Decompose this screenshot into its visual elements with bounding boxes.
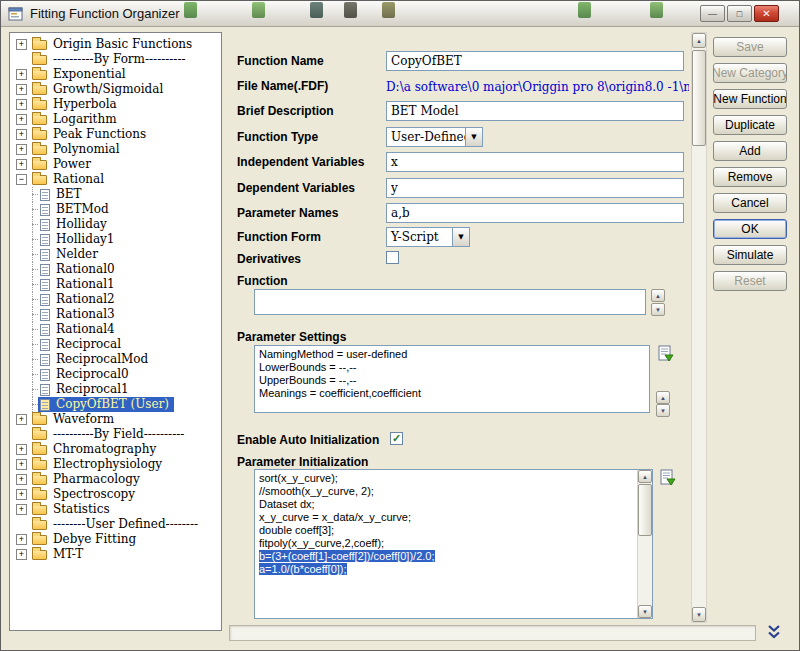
tree-item[interactable]: +Logarithm	[10, 112, 221, 127]
folder-icon	[32, 100, 47, 110]
function-form-select[interactable]: Y-Script ▼	[386, 227, 470, 247]
scroll-thumb[interactable]	[692, 50, 706, 146]
add-button[interactable]: Add	[713, 141, 787, 161]
collapse-icon[interactable]: −	[16, 174, 27, 185]
expand-icon[interactable]: +	[16, 129, 27, 140]
tree-item[interactable]: +Peak Functions	[10, 127, 221, 142]
scroll-down-button[interactable]: ▼	[638, 605, 652, 618]
tree-item[interactable]: +Electrophysiology	[10, 457, 221, 472]
dropdown-arrow-icon[interactable]: ▼	[452, 228, 469, 246]
tree-item[interactable]: ----------By Field----------	[10, 427, 221, 442]
tree-item[interactable]: +MT-T	[10, 547, 221, 562]
tree-item[interactable]: +Power	[10, 157, 221, 172]
enable-auto-initialization-checkbox[interactable]: ✓	[390, 432, 403, 445]
expand-icon[interactable]: +	[16, 534, 27, 545]
expand-icon[interactable]: +	[16, 159, 27, 170]
horizontal-scrollbar-track[interactable]	[229, 625, 756, 641]
expand-icon[interactable]: +	[16, 489, 27, 500]
dependent-variables-input[interactable]	[386, 178, 684, 198]
parameter-settings-box[interactable]: NamingMethod = user-definedLowerBounds =…	[254, 345, 650, 413]
tree-item-selected[interactable]: CopyOfBET (User)	[10, 397, 221, 412]
duplicate-button[interactable]: Duplicate	[713, 115, 787, 135]
minimize-button[interactable]: —	[700, 5, 725, 22]
parameter-settings-scroll-up-button[interactable]: ▲	[656, 391, 670, 404]
function-scroll-up-button[interactable]: ▲	[651, 289, 665, 302]
tree-item[interactable]: ReciprocalMod	[10, 352, 221, 367]
tree-item[interactable]: --------User Defined--------	[10, 517, 221, 532]
expand-dialog-button[interactable]	[761, 623, 787, 642]
tree-item[interactable]: +Pharmacology	[10, 472, 221, 487]
expand-icon[interactable]: +	[16, 474, 27, 485]
tree-item[interactable]: +Growth/Sigmoidal	[10, 82, 221, 97]
ok-button[interactable]: OK	[713, 219, 787, 239]
tree-item[interactable]: +Waveform	[10, 412, 221, 427]
window-titlebar[interactable]: Fitting Function Organizer — □ ✕	[1, 1, 799, 27]
parameter-initialization-box[interactable]: sort(x_y_curve);//smooth(x_y_curve, 2);D…	[254, 469, 653, 619]
tree-item[interactable]: Nelder	[10, 247, 221, 262]
function-tree: +Origin Basic Functions----------By Form…	[9, 32, 222, 631]
tree-item[interactable]: Reciprocal	[10, 337, 221, 352]
expand-icon[interactable]: +	[16, 459, 27, 470]
expand-icon[interactable]: +	[16, 444, 27, 455]
new-function-button[interactable]: New Function	[713, 89, 787, 109]
expand-icon[interactable]: +	[16, 84, 27, 95]
tree-item-label: BET	[54, 187, 84, 202]
tree-item[interactable]: BET	[10, 187, 221, 202]
tree-item[interactable]: +Hyperbola	[10, 97, 221, 112]
tree-item[interactable]: +Origin Basic Functions	[10, 37, 221, 52]
open-code-builder-button[interactable]	[658, 469, 678, 489]
tree-item[interactable]: Rational0	[10, 262, 221, 277]
tree-item[interactable]: Reciprocal1	[10, 382, 221, 397]
expand-icon[interactable]: +	[16, 99, 27, 110]
remove-button[interactable]: Remove	[713, 167, 787, 187]
close-button[interactable]: ✕	[754, 5, 779, 22]
function-body-input[interactable]	[254, 289, 646, 315]
brief-description-input[interactable]	[386, 101, 684, 121]
tree-item[interactable]: −Rational	[10, 172, 221, 187]
tree-item[interactable]: Holliday1	[10, 232, 221, 247]
tree-item[interactable]: Holliday	[10, 217, 221, 232]
expand-icon[interactable]: +	[16, 114, 27, 125]
dropdown-arrow-icon[interactable]: ▼	[465, 128, 482, 146]
tree-item[interactable]: +Polynomial	[10, 142, 221, 157]
form-scrollbar[interactable]: ▲ ▼	[691, 32, 707, 623]
expand-icon[interactable]: +	[16, 414, 27, 425]
tree-item[interactable]: Rational3	[10, 307, 221, 322]
tree-item[interactable]: Rational2	[10, 292, 221, 307]
derivatives-checkbox[interactable]	[386, 251, 399, 264]
expand-icon[interactable]: +	[16, 39, 27, 50]
scroll-down-button[interactable]: ▼	[692, 607, 706, 622]
open-code-builder-button[interactable]	[656, 345, 676, 365]
scroll-up-button[interactable]: ▲	[692, 33, 706, 48]
expand-icon[interactable]: +	[16, 69, 27, 80]
tree-item[interactable]: +Spectroscopy	[10, 487, 221, 502]
tree-item[interactable]: ----------By Form----------	[10, 52, 221, 67]
function-scroll-down-button[interactable]: ▼	[651, 303, 665, 316]
parameter-initialization-scrollbar[interactable]: ▲ ▼	[637, 470, 652, 618]
tree-item[interactable]: Reciprocal0	[10, 367, 221, 382]
parameter-settings-scroll-down-button[interactable]: ▼	[656, 404, 670, 417]
tree-item[interactable]: +Statistics	[10, 502, 221, 517]
parameter-names-input[interactable]	[386, 203, 684, 223]
expand-icon[interactable]: +	[16, 549, 27, 560]
tree-item[interactable]: +Debye Fitting	[10, 532, 221, 547]
cancel-button[interactable]: Cancel	[713, 193, 787, 213]
independent-variables-input[interactable]	[386, 152, 684, 172]
tree-item[interactable]: +Exponential	[10, 67, 221, 82]
function-type-select[interactable]: User-Defined ▼	[386, 127, 483, 147]
reset-button[interactable]: Reset	[713, 271, 787, 291]
scroll-up-button[interactable]: ▲	[638, 470, 652, 483]
scroll-thumb[interactable]	[638, 484, 652, 536]
tree-item[interactable]: BETMod	[10, 202, 221, 217]
tree-item[interactable]: +Chromatography	[10, 442, 221, 457]
simulate-button[interactable]: Simulate	[713, 245, 787, 265]
expand-icon[interactable]: +	[16, 504, 27, 515]
function-icon	[40, 339, 50, 351]
function-name-input[interactable]	[386, 51, 684, 71]
new-category-button[interactable]: New Category	[713, 63, 787, 83]
tree-item[interactable]: Rational4	[10, 322, 221, 337]
maximize-button[interactable]: □	[727, 5, 752, 22]
expand-icon[interactable]: +	[16, 144, 27, 155]
tree-item[interactable]: Rational1	[10, 277, 221, 292]
save-button[interactable]: Save	[713, 37, 787, 57]
